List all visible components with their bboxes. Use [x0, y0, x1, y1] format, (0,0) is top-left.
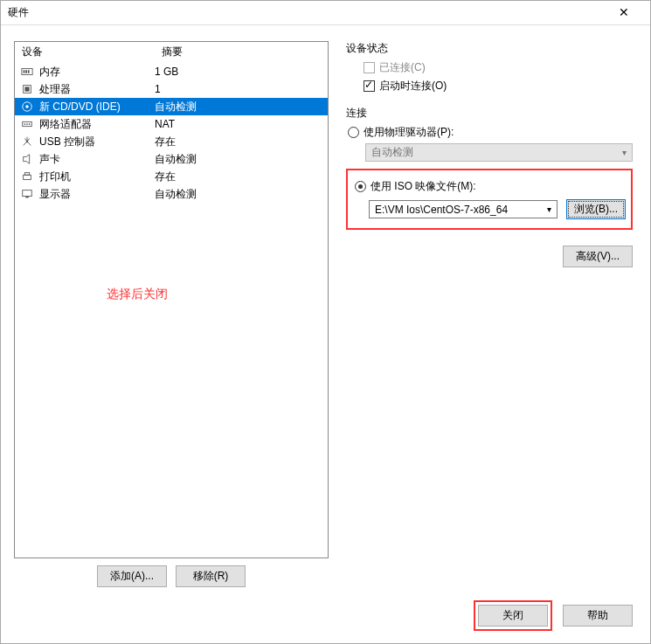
radio-icon: [355, 181, 366, 192]
connected-label: 已连接(C): [379, 60, 426, 75]
connect-on-start-checkbox-row[interactable]: 启动时连接(O): [364, 79, 633, 93]
svg-rect-13: [24, 175, 31, 179]
use-iso-label: 使用 ISO 映像文件(M):: [371, 179, 476, 194]
device-table: 设备 摘要 内存1 GB处理器1新 CD/DVD (IDE)自动检测网络适配器N…: [14, 41, 329, 558]
connected-checkbox-row[interactable]: 已连接(C): [364, 60, 633, 75]
iso-path-value: E:\VM Ios\CentOS-7-x86_64: [370, 204, 541, 216]
device-name: 显示器: [39, 187, 155, 202]
svg-rect-14: [24, 173, 29, 176]
titlebar: 硬件 ✕: [1, 1, 650, 25]
radio-icon: [348, 127, 359, 138]
svg-rect-5: [24, 87, 29, 91]
table-row[interactable]: 声卡自动检测: [15, 150, 328, 168]
table-header: 设备 摘要: [15, 42, 328, 63]
device-name: 内存: [39, 65, 155, 80]
device-icon: [20, 152, 34, 166]
dialog-title: 硬件: [8, 5, 604, 20]
device-name: USB 控制器: [39, 135, 155, 149]
device-icon: [20, 135, 34, 149]
iso-highlight-box: 使用 ISO 映像文件(M): E:\VM Ios\CentOS-7-x86_6…: [346, 169, 633, 230]
svg-rect-1: [24, 70, 25, 73]
chevron-down-icon: ▾: [541, 204, 557, 214]
device-summary: 1: [155, 83, 328, 95]
device-name: 声卡: [39, 152, 155, 167]
iso-path-dropdown[interactable]: E:\VM Ios\CentOS-7-x86_64 ▾: [369, 200, 558, 218]
browse-button[interactable]: 浏览(B)...: [566, 199, 626, 219]
right-panel: 设备状态 已连接(C) 启动时连接(O) 连接 使用物理驱动器(P):: [342, 41, 637, 587]
svg-rect-16: [25, 197, 29, 198]
dialog-footer: 关闭 帮助: [1, 592, 650, 643]
use-physical-label: 使用物理驱动器(P):: [364, 125, 454, 140]
device-icon: [20, 170, 34, 184]
left-buttons: 添加(A)... 移除(R): [14, 565, 329, 587]
device-icon: [20, 187, 34, 201]
table-row[interactable]: 处理器1: [15, 80, 328, 98]
svg-point-7: [25, 105, 29, 108]
device-summary: 自动检测: [155, 152, 328, 167]
device-icon: [20, 117, 34, 131]
table-row[interactable]: 显示器自动检测: [15, 185, 328, 203]
device-summary: NAT: [155, 118, 328, 130]
device-summary: 存在: [155, 170, 328, 184]
connection-label: 连接: [346, 106, 633, 121]
dialog-body: 设备 摘要 内存1 GB处理器1新 CD/DVD (IDE)自动检测网络适配器N…: [1, 25, 650, 592]
physical-drive-value: 自动检测: [366, 145, 616, 160]
svg-rect-3: [28, 70, 30, 73]
advanced-button[interactable]: 高级(V)...: [563, 246, 633, 267]
close-button[interactable]: 关闭: [478, 605, 548, 627]
checkbox-icon: [364, 80, 375, 92]
svg-rect-2: [25, 70, 27, 73]
device-name: 打印机: [39, 170, 155, 184]
connect-on-start-label: 启动时连接(O): [379, 79, 447, 93]
use-iso-radio-row[interactable]: 使用 ISO 映像文件(M):: [355, 179, 626, 194]
device-name: 处理器: [39, 82, 155, 97]
svg-rect-15: [23, 190, 32, 197]
col-summary: 摘要: [155, 42, 328, 62]
close-icon[interactable]: ✕: [604, 1, 643, 24]
device-summary: 自动检测: [155, 187, 328, 202]
device-name: 网络适配器: [39, 117, 155, 132]
device-icon: [20, 82, 34, 96]
table-row[interactable]: 网络适配器NAT: [15, 115, 328, 133]
remove-button[interactable]: 移除(R): [176, 565, 246, 587]
physical-drive-dropdown: 自动检测 ▾: [365, 143, 633, 162]
device-icon: [20, 65, 34, 79]
table-row[interactable]: USB 控制器存在: [15, 133, 328, 150]
svg-point-10: [26, 123, 28, 125]
svg-point-9: [24, 123, 26, 125]
hardware-dialog: 硬件 ✕ 设备 摘要 内存1 GB处理器1新 CD/DVD (IDE)自动检测网…: [0, 0, 651, 644]
checkbox-icon: [364, 62, 375, 73]
device-status-group: 设备状态 已连接(C) 启动时连接(O): [346, 41, 633, 93]
svg-point-11: [29, 123, 31, 125]
chevron-down-icon: ▾: [616, 148, 632, 157]
use-physical-radio-row[interactable]: 使用物理驱动器(P):: [348, 125, 633, 140]
device-summary: 1 GB: [155, 66, 328, 78]
device-name: 新 CD/DVD (IDE): [39, 100, 155, 114]
close-highlight-box: 关闭: [474, 600, 552, 631]
table-row[interactable]: 打印机存在: [15, 168, 328, 185]
device-icon: [20, 100, 34, 114]
col-device: 设备: [15, 42, 155, 62]
device-summary: 自动检测: [155, 100, 328, 114]
help-button[interactable]: 帮助: [563, 605, 633, 627]
annotation-text: 选择后关闭: [107, 287, 168, 302]
add-button[interactable]: 添加(A)...: [97, 565, 167, 587]
device-summary: 存在: [155, 135, 328, 149]
connection-group: 连接 使用物理驱动器(P): 自动检测 ▾ 使用 ISO 映像文件(M):: [346, 106, 633, 267]
table-row[interactable]: 内存1 GB: [15, 63, 328, 80]
table-row[interactable]: 新 CD/DVD (IDE)自动检测: [15, 98, 328, 115]
svg-point-12: [26, 141, 29, 143]
device-status-label: 设备状态: [346, 41, 633, 56]
left-panel: 设备 摘要 内存1 GB处理器1新 CD/DVD (IDE)自动检测网络适配器N…: [14, 41, 329, 587]
